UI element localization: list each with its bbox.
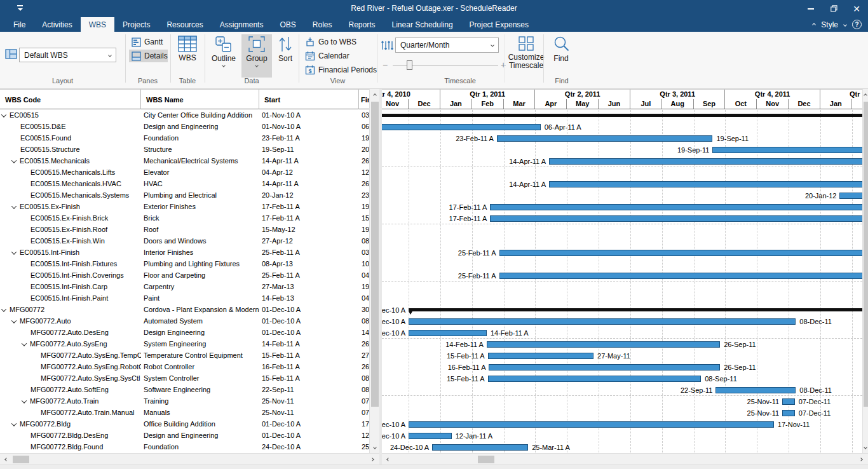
table-row[interactable]: MFG00772.BldgOffice Building Addition01-… (0, 418, 369, 430)
gantt-horizontal-scrollbar[interactable] (382, 453, 868, 465)
table-row[interactable]: EC00515.FoundFoundation23-Feb-11 A19- (0, 132, 369, 144)
table-row[interactable]: EC00515.Int-Finish.PaintPaint14-Feb-1304… (0, 292, 369, 304)
table-row[interactable]: MFG00772Cordova - Plant Expansion & Mode… (0, 304, 369, 315)
gantt-scroll-right-arrow[interactable] (856, 454, 866, 465)
table-row[interactable]: MFG00772.AutoAutomated System01-Dec-10 A… (0, 315, 369, 327)
table-row[interactable]: EC00515City Center Office Building Addit… (0, 109, 369, 121)
tab-resources[interactable]: Resources (158, 17, 211, 32)
expand-collapse-caret-icon[interactable] (22, 398, 27, 403)
gantt-bar[interactable] (432, 444, 528, 451)
table-row[interactable]: EC00515.Int-Finish.CoveringsFloor and Ca… (0, 269, 369, 281)
table-row[interactable]: EC00515.StructureStructure19-Sep-1120- (0, 144, 369, 155)
table-row[interactable]: EC00515.MechanicalsMechanical/Electrical… (0, 155, 369, 167)
table-row[interactable]: EC00515.Mechanicals.LiftsElevator04-Apr-… (0, 167, 369, 178)
column-header-wbs-name[interactable]: WBS Name (141, 90, 259, 109)
gantt-bar[interactable] (409, 318, 796, 325)
gantt-scroll-left-arrow[interactable] (383, 454, 393, 465)
gantt-vertical-scrollbar[interactable] (862, 89, 868, 453)
group-button[interactable]: Group (241, 34, 272, 78)
table-scroll-down-arrow[interactable] (370, 442, 380, 452)
timescale-slider-thumb[interactable] (407, 60, 412, 70)
table-scroll-right-arrow[interactable] (367, 454, 377, 465)
details-toggle-button[interactable]: Details (129, 50, 168, 62)
expand-collapse-caret-icon[interactable] (11, 203, 17, 208)
table-row[interactable]: EC00515.Int-Finish.CarpCarpentry27-Mar-1… (0, 281, 369, 292)
outline-button[interactable]: Outline (208, 34, 239, 78)
table-vertical-scroll-thumb[interactable] (371, 102, 379, 407)
gantt-bar[interactable] (499, 273, 863, 279)
gantt-scroll-down-arrow[interactable] (860, 442, 868, 452)
financial-periods-button[interactable]: $ Financial Periods (302, 64, 379, 76)
table-row[interactable]: MFG00772.Auto.SysEng.RobotCtlRobot Contr… (0, 361, 369, 372)
table-row[interactable]: MFG00772.Bldg.DesEngDesign and Engineeri… (0, 430, 369, 441)
tab-obs[interactable]: OBS (271, 17, 304, 32)
table-row[interactable]: MFG00772.Auto.SysEngSystem Engineering14… (0, 338, 369, 350)
table-row[interactable]: MFG00772.Auto.TrainTraining25-Nov-1107- (0, 395, 369, 407)
gantt-scroll-up-arrow[interactable] (860, 90, 868, 100)
table-row[interactable]: MFG00772.Bldg.FoundFoundation24-Dec-10 A… (0, 441, 369, 452)
table-row[interactable]: MFG00772.Auto.Train.ManualManuals25-Nov-… (0, 407, 369, 418)
calendar-button[interactable]: Calendar (302, 50, 352, 62)
expand-collapse-caret-icon[interactable] (11, 158, 17, 163)
table-row[interactable]: EC00515.Ex-Finish.RoofRoof15-May-1219- (0, 224, 369, 235)
table-row[interactable]: MFG00772.Auto.SysEng.SysCtlSystem Contro… (0, 372, 369, 384)
gantt-bar[interactable] (409, 433, 452, 439)
tab-projects[interactable]: Projects (114, 17, 158, 32)
layout-combo[interactable]: Default WBS (19, 48, 116, 62)
table-row[interactable]: EC00515.Mechanicals.HVACHVAC14-Apr-11 A2… (0, 178, 369, 189)
gantt-bar[interactable] (490, 215, 862, 222)
gantt-summary-bar[interactable] (409, 308, 862, 311)
tab-reports[interactable]: Reports (340, 17, 383, 32)
table-scroll-up-arrow[interactable] (370, 90, 380, 100)
minimize-button[interactable] (799, 0, 822, 17)
table-row[interactable]: EC00515.Int-FinishInterior Finishes25-Fe… (0, 247, 369, 258)
column-header-wbs-code[interactable]: WBS Code (0, 90, 141, 109)
customize-timescale-button[interactable]: Customize Timescale (507, 34, 545, 78)
timescale-combo[interactable]: Quarter/Month (395, 37, 499, 53)
gantt-bar[interactable] (490, 204, 862, 210)
gantt-bar[interactable] (488, 376, 702, 382)
gantt-summary-bar[interactable] (382, 114, 862, 117)
wbs-table-button[interactable]: WBS (172, 34, 203, 76)
gantt-bar[interactable] (409, 421, 774, 428)
table-scroll-left-arrow[interactable] (1, 454, 11, 465)
tab-linear-scheduling[interactable]: Linear Scheduling (384, 17, 461, 32)
tab-wbs[interactable]: WBS (81, 17, 114, 32)
tab-file[interactable]: File (5, 17, 34, 32)
table-row[interactable]: EC00515.D&EDesign and Engineering01-Nov-… (0, 121, 369, 132)
style-dropdown-icon[interactable] (843, 23, 847, 27)
gantt-bar[interactable] (489, 364, 720, 370)
expand-collapse-caret-icon[interactable] (11, 318, 17, 323)
table-vertical-scrollbar[interactable] (369, 89, 379, 453)
table-row[interactable]: EC00515.Mechanicals.SystemsPlumbing and … (0, 189, 369, 201)
help-button[interactable]: ? (852, 20, 862, 29)
gantt-bar[interactable] (839, 193, 862, 199)
table-horizontal-scrollbar[interactable] (0, 453, 379, 465)
restore-button[interactable] (822, 0, 845, 17)
table-row[interactable]: MFG00772.Auto.SysEng.TempCtlTemperature … (0, 350, 369, 361)
gantt-bar[interactable] (712, 147, 862, 153)
gantt-bar[interactable] (499, 250, 863, 256)
gantt-horizontal-scroll-thumb[interactable] (478, 456, 494, 463)
table-row[interactable]: MFG00772.Auto.DesEngDesign Engineering01… (0, 327, 369, 338)
find-button[interactable]: Find (545, 34, 577, 76)
gantt-bar[interactable] (409, 330, 487, 336)
gantt-vertical-scroll-thumb[interactable] (864, 102, 868, 407)
tab-assignments[interactable]: Assignments (212, 17, 272, 32)
tab-project-expenses[interactable]: Project Expenses (461, 17, 537, 32)
close-button[interactable]: ✕ (845, 0, 868, 17)
collapse-ribbon-icon[interactable] (812, 23, 816, 27)
gantt-bar[interactable] (782, 410, 795, 416)
column-header-start[interactable]: Start (259, 90, 359, 109)
timescale-zoom-out-button[interactable]: − (383, 60, 388, 69)
expand-collapse-caret-icon[interactable] (1, 112, 6, 117)
sort-button[interactable]: Sort (273, 34, 297, 78)
gantt-bar[interactable] (488, 353, 593, 359)
gantt-bar[interactable] (382, 124, 541, 130)
table-row[interactable]: MFG00772.Auto.SoftEngSoftware Engineerin… (0, 384, 369, 395)
gantt-bar[interactable] (549, 181, 862, 187)
gantt-bar[interactable] (782, 398, 795, 405)
expand-collapse-caret-icon[interactable] (11, 249, 17, 254)
table-row[interactable]: EC00515.Ex-FinishExterior Finishes17-Feb… (0, 201, 369, 212)
go-to-wbs-button[interactable]: Go to WBS (302, 36, 359, 48)
